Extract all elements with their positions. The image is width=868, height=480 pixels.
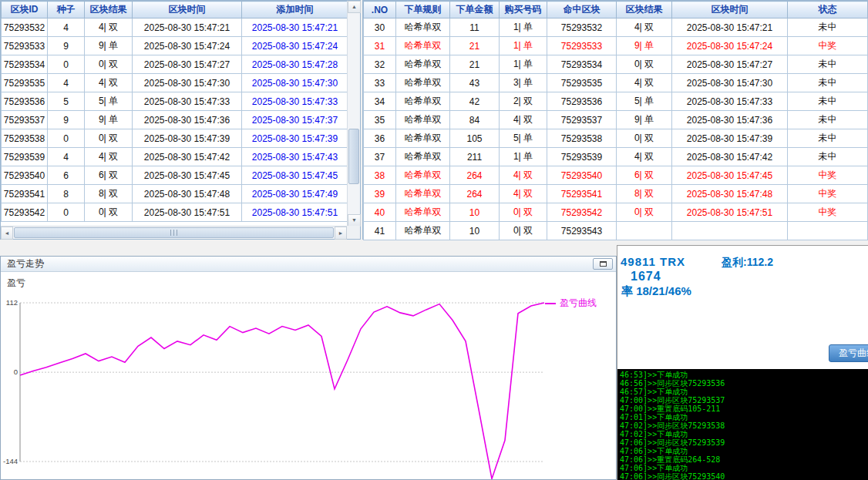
scroll-down-button[interactable]: ▼ [348, 214, 361, 227]
cell: 0| 双 [85, 203, 133, 222]
cell: 84 [450, 111, 500, 129]
table-row[interactable]: 40哈希单双100| 双752935420| 双2025-08-30 15:47… [364, 203, 868, 222]
column-header[interactable]: 区块结果 [617, 2, 672, 18]
scrollbar-track[interactable] [348, 13, 360, 214]
scrollbar-track[interactable] [13, 227, 335, 239]
scrollbar-thumb[interactable] [348, 129, 359, 184]
log-console[interactable]: 46:53]>>下单成功46:56]>>同步区块7529353646:57]>>… [617, 369, 868, 480]
cell: 105 [450, 129, 500, 148]
cell: 75293535 [547, 74, 617, 92]
table-row[interactable]: 38哈希单双2644| 双752935406| 双2025-08-30 15:4… [364, 166, 868, 185]
cell: 2025-08-30 15:47:30 [133, 74, 242, 92]
cell: 未中 [788, 111, 868, 129]
cell [672, 222, 788, 240]
cell: 2025-08-30 15:47:36 [133, 111, 242, 129]
column-header[interactable]: 购买号码 [500, 2, 547, 18]
column-header[interactable]: 区块结果 [85, 2, 133, 18]
console-line: 47:00]>>同步区块75293537 [620, 396, 868, 404]
cell: 4| 双 [500, 166, 547, 185]
table-row[interactable]: 36哈希单双1055| 单752935380| 双2025-08-30 15:4… [364, 129, 868, 148]
chart-window-titlebar[interactable]: 盈亏走势 [1, 257, 616, 272]
cell: 0| 双 [85, 129, 133, 148]
cell: 9| 单 [85, 111, 133, 129]
console-line: 47:00]>>重置底码105-211 [620, 404, 868, 413]
cell: 1| 单 [500, 18, 547, 37]
column-header[interactable]: 区块ID [2, 2, 48, 18]
cell: 0| 双 [85, 55, 133, 74]
header-row: 区块ID种子区块结果区块时间添加时间 [2, 2, 348, 18]
cell: 75293537 [2, 111, 48, 129]
column-header[interactable]: 添加时间 [242, 2, 348, 18]
cell: 哈希单双 [396, 129, 450, 148]
table-row[interactable]: 31哈希单双211| 单752935339| 单2025-08-30 15:47… [364, 37, 868, 55]
table-row[interactable]: 7529353244| 双2025-08-30 15:47:212025-08-… [2, 18, 348, 37]
scrollbar-corner [347, 226, 360, 239]
horizontal-scrollbar[interactable]: ◄ ► [1, 226, 347, 239]
column-header[interactable]: 状态 [788, 2, 868, 18]
cell: 0| 双 [500, 203, 547, 222]
scroll-left-button[interactable]: ◄ [1, 227, 13, 240]
table-row[interactable]: 7529353800| 双2025-08-30 15:47:392025-08-… [2, 129, 348, 148]
cell: 2025-08-30 15:47:48 [133, 185, 242, 203]
cell: 2025-08-30 15:47:28 [242, 55, 348, 74]
table-row[interactable]: 7529353399| 单2025-08-30 15:47:242025-08-… [2, 37, 348, 55]
cell: 42 [450, 92, 500, 111]
cell: 75293538 [2, 129, 48, 148]
table-row[interactable]: 30哈希单双111| 单752935324| 双2025-08-30 15:47… [364, 18, 868, 37]
column-header[interactable]: 种子 [48, 2, 85, 18]
column-header[interactable]: 下单金额 [450, 2, 500, 18]
blocks-table: 区块ID种子区块结果区块时间添加时间 7529353244| 双2025-08-… [1, 1, 348, 222]
table-row[interactable]: 7529353544| 双2025-08-30 15:47:302025-08-… [2, 74, 348, 92]
column-header[interactable]: .NO [364, 2, 396, 18]
column-header[interactable]: 命中区块 [547, 2, 617, 18]
column-header[interactable]: 下单规则 [396, 2, 450, 18]
scroll-up-button[interactable]: ▲ [348, 1, 361, 13]
column-header[interactable]: 区块时间 [672, 2, 788, 18]
table-row[interactable]: 34哈希单双422| 双752935365| 单2025-08-30 15:47… [364, 92, 868, 111]
profit-curve-button[interactable]: 盈亏曲线 [829, 344, 868, 362]
table-row[interactable]: 7529354066| 双2025-08-30 15:47:452025-08-… [2, 166, 348, 185]
table-row[interactable]: 7529353400| 双2025-08-30 15:47:272025-08-… [2, 55, 348, 74]
cell: 哈希单双 [396, 55, 450, 74]
table-row[interactable]: 33哈希单双433| 单752935354| 双2025-08-30 15:47… [364, 74, 868, 92]
cell: 3| 单 [500, 74, 547, 92]
table-row[interactable]: 41哈希单双100| 双75293543 [364, 222, 868, 240]
column-header[interactable]: 区块时间 [133, 2, 242, 18]
cell: 4 [48, 74, 85, 92]
table-row[interactable]: 7529353799| 单2025-08-30 15:47:362025-08-… [2, 111, 348, 129]
cell: 2025-08-30 15:47:51 [133, 203, 242, 222]
legend-line-swatch [545, 303, 556, 304]
cell: 2025-08-30 15:47:21 [133, 18, 242, 37]
table-row[interactable]: 37哈希单双2111| 单752935394| 双2025-08-30 15:4… [364, 148, 868, 166]
cell: 6| 双 [617, 166, 672, 185]
cell: 4 [48, 148, 85, 166]
maximize-button[interactable] [593, 258, 613, 270]
table-row[interactable]: 7529353944| 双2025-08-30 15:47:422025-08-… [2, 148, 348, 166]
cell: 4| 双 [500, 185, 547, 203]
table-row[interactable]: 35哈希单双844| 双752935379| 单2025-08-30 15:47… [364, 111, 868, 129]
profit-curve-line [20, 303, 544, 479]
cell: 2025-08-30 15:47:36 [672, 111, 788, 129]
table-row[interactable]: 7529354200| 双2025-08-30 15:47:512025-08-… [2, 203, 348, 222]
cell: 75293537 [547, 111, 617, 129]
profit-line-chart: 1120-144 [1, 272, 616, 479]
table-row[interactable]: 7529353655| 单2025-08-30 15:47:332025-08-… [2, 92, 348, 111]
table-row[interactable]: 32哈希单双211| 单752935340| 双2025-08-30 15:47… [364, 55, 868, 74]
cell: 4| 双 [85, 74, 133, 92]
orders-table-panel: .NO下单规则下单金额购买号码命中区块区块结果区块时间状态 30哈希单双111|… [362, 0, 868, 240]
cell: 2025-08-30 15:47:24 [672, 37, 788, 55]
cell: 37 [364, 148, 396, 166]
table-row[interactable]: 39哈希单双2644| 双752935418| 双2025-08-30 15:4… [364, 185, 868, 203]
cell: 43 [450, 74, 500, 92]
vertical-scrollbar[interactable]: ▲ ▼ [347, 1, 360, 227]
chart-window-title: 盈亏走势 [7, 257, 593, 270]
cell: 264 [450, 185, 500, 203]
cell: 9| 单 [85, 37, 133, 55]
scrollbar-thumb[interactable] [14, 227, 334, 238]
cell: 75293539 [2, 148, 48, 166]
table-row[interactable]: 7529354188| 双2025-08-30 15:47:482025-08-… [2, 185, 348, 203]
console-line: 46:56]>>同步区块75293536 [620, 379, 868, 388]
cell: 38 [364, 166, 396, 185]
scroll-right-button[interactable]: ► [335, 227, 347, 240]
cell: 5| 单 [500, 129, 547, 148]
